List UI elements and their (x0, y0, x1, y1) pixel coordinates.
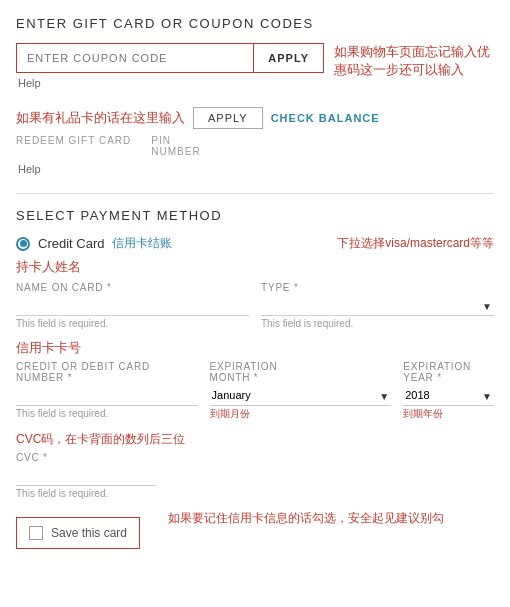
cvc-error: This field is required. (16, 488, 156, 499)
type-error: This field is required. (261, 318, 494, 329)
gift-annotation: 如果有礼品卡的话在这里输入 (16, 109, 185, 127)
exp-year-annotation: 到期年份 (403, 408, 443, 419)
save-card-annotation: 如果要记住信用卡信息的话勾选，安全起见建议别勾 (168, 509, 444, 527)
type-select[interactable]: Visa Mastercard American Express (261, 295, 494, 316)
dropdown-annotation: 下拉选择visa/mastercard等等 (337, 235, 494, 252)
payment-section: SELECT PAYMENT METHOD Credit Card 信用卡结账 … (16, 208, 494, 549)
coupon-left: APPLY Help (16, 43, 324, 89)
credit-card-annotation: 信用卡结账 (112, 235, 172, 252)
cvc-row: CVC * This field is required. (16, 452, 494, 499)
exp-year-wrapper: 2018 2019 2020 2021 ▼ (403, 385, 494, 406)
coupon-section-title: ENTER GIFT CARD OR COUPON CODES (16, 16, 494, 31)
gift-apply-button[interactable]: APPLY (193, 107, 263, 129)
credit-card-radio[interactable] (16, 237, 30, 251)
exp-month-select[interactable]: January February March April May June Ju… (210, 385, 392, 406)
exp-month-annotation: 到期月份 (210, 408, 250, 419)
check-balance-button[interactable]: CHECK BALANCE (271, 112, 380, 124)
name-on-card-error: This field is required. (16, 318, 249, 329)
type-label: TYPE * (261, 282, 494, 293)
gift-row: 如果有礼品卡的话在这里输入 APPLY CHECK BALANCE (16, 107, 494, 129)
name-on-card-label: NAME ON CARD * (16, 282, 249, 293)
gift-section: 如果有礼品卡的话在这里输入 APPLY CHECK BALANCE REDEEM… (16, 107, 494, 175)
save-card-row: Save this card (16, 517, 140, 549)
pin-label: PINNUMBER (151, 135, 200, 157)
exp-month-label: EXPIRATIONMONTH * (210, 361, 392, 383)
card-number-group: CREDIT OR DEBIT CARDNUMBER * This field … (16, 361, 198, 421)
coupon-section: ENTER GIFT CARD OR COUPON CODES APPLY He… (16, 16, 494, 89)
coupon-annotation: 如果购物车页面忘记输入优惠码这一步还可以输入 (334, 43, 494, 89)
cvc-label: CVC * (16, 452, 156, 463)
credit-card-radio-row: Credit Card 信用卡结账 下拉选择visa/mastercard等等 (16, 235, 494, 252)
section-divider (16, 193, 494, 194)
cvc-input[interactable] (16, 465, 156, 486)
coupon-input-row: APPLY (16, 43, 324, 73)
exp-year-group: EXPIRATIONYEAR * 2018 2019 2020 2021 ▼ 到… (403, 361, 494, 421)
coupon-input[interactable] (17, 44, 253, 72)
payment-section-title: SELECT PAYMENT METHOD (16, 208, 494, 223)
type-group: TYPE * Visa Mastercard American Express … (261, 282, 494, 329)
name-annotation: 持卡人姓名 (16, 258, 494, 276)
redeem-field-group: REDEEM GIFT CARD (16, 135, 131, 159)
name-on-card-input[interactable] (16, 295, 249, 316)
credit-card-label: Credit Card (38, 236, 104, 251)
type-select-wrapper: Visa Mastercard American Express ▼ (261, 295, 494, 316)
pin-field-group: PINNUMBER (151, 135, 200, 159)
save-card-checkbox[interactable] (29, 526, 43, 540)
redeem-label: REDEEM GIFT CARD (16, 135, 131, 146)
card-exp-row: CREDIT OR DEBIT CARDNUMBER * This field … (16, 361, 494, 421)
radio-inner-dot (20, 240, 27, 247)
card-annotation: 信用卡卡号 (16, 339, 494, 357)
card-number-input[interactable] (16, 385, 198, 406)
exp-month-wrapper: January February March April May June Ju… (210, 385, 392, 406)
exp-year-label: EXPIRATIONYEAR * (403, 361, 494, 383)
exp-year-select[interactable]: 2018 2019 2020 2021 (403, 385, 494, 406)
coupon-help-link[interactable]: Help (18, 77, 324, 89)
coupon-apply-button[interactable]: APPLY (253, 44, 323, 72)
gift-help-link[interactable]: Help (18, 163, 494, 175)
save-card-area: Save this card 如果要记住信用卡信息的话勾选，安全起见建议别勾 (16, 509, 494, 549)
card-number-label: CREDIT OR DEBIT CARDNUMBER * (16, 361, 198, 383)
card-number-error: This field is required. (16, 408, 198, 419)
name-type-row: NAME ON CARD * This field is required. T… (16, 282, 494, 329)
save-card-label: Save this card (51, 526, 127, 540)
gift-fields: REDEEM GIFT CARD PINNUMBER (16, 135, 494, 159)
cvc-group: CVC * This field is required. (16, 452, 156, 499)
name-on-card-group: NAME ON CARD * This field is required. (16, 282, 249, 329)
cvc-annotation: CVC码，在卡背面的数列后三位 (16, 432, 185, 446)
exp-month-group: EXPIRATIONMONTH * January February March… (210, 361, 392, 421)
